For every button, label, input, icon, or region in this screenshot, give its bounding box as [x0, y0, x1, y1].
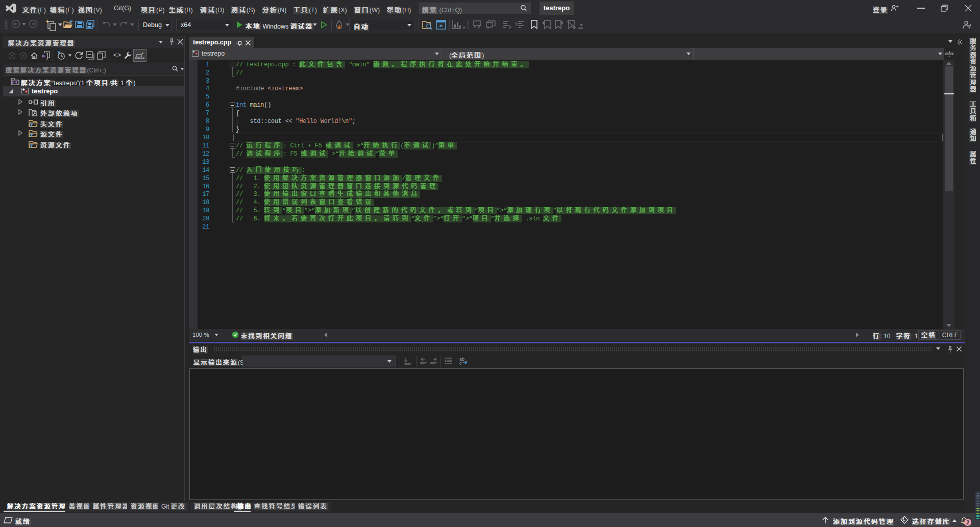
svg-text:c: c: [459, 361, 462, 365]
